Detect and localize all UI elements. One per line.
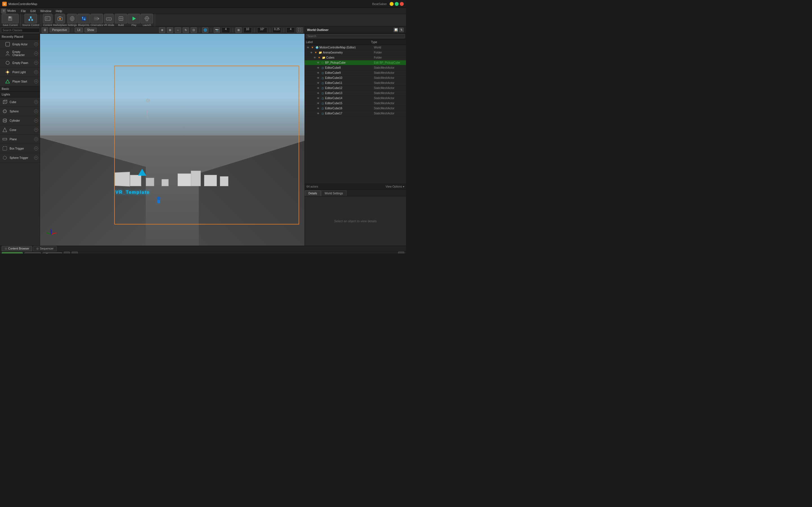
- menu-edit[interactable]: Edit: [28, 9, 38, 13]
- outliner-item-cube13[interactable]: 👁 ◻ EditorCube13 StaticMeshActor: [305, 91, 406, 96]
- marketplace-button[interactable]: [55, 14, 65, 23]
- screen-field[interactable]: 4: [287, 27, 295, 33]
- lit-btn[interactable]: Lit: [75, 27, 83, 33]
- outliner-item-cube10[interactable]: 👁 ◻ EditorCube10 StaticMeshActor: [305, 75, 406, 80]
- menu-file[interactable]: File: [18, 9, 28, 13]
- recently-placed-header[interactable]: Recently Placed: [0, 34, 40, 40]
- menu-window[interactable]: Window: [38, 9, 54, 13]
- point-light-add-btn[interactable]: +: [34, 70, 38, 74]
- show-btn[interactable]: Show: [85, 27, 97, 33]
- outliner-search-row: [305, 33, 406, 40]
- build-button[interactable]: [115, 14, 127, 23]
- sphere-trigger-item[interactable]: Sphere Trigger +: [0, 153, 40, 163]
- cube12-name: EditorCube12: [325, 87, 373, 90]
- save-current-button[interactable]: [2, 14, 18, 23]
- outliner-item-cube8[interactable]: 👁 ◻ EditorCube8 StaticMeshActor: [305, 65, 406, 70]
- maximize-btn[interactable]: [395, 2, 399, 6]
- cube8-type: StaticMeshActor: [374, 66, 405, 69]
- rotate-btn[interactable]: ↻: [183, 27, 189, 33]
- settings-button[interactable]: [67, 14, 77, 23]
- vp-toolbar-icon-1[interactable]: ⊕: [159, 27, 165, 33]
- vrmode-button-wrap: VR Mode: [104, 14, 114, 26]
- box-trigger-item[interactable]: Box Trigger +: [0, 144, 40, 153]
- outliner-item-arenaGeo[interactable]: 👁 ▼ 📁 ArenaGeometry Folder: [305, 50, 406, 55]
- empty-character-item[interactable]: Empty Character +: [0, 49, 40, 58]
- outliner-item-world[interactable]: 👁 ▼ 🌍 MotionControllerMap (Editor) World: [305, 45, 406, 50]
- svg-marker-32: [133, 17, 136, 20]
- outliner-item-cube9[interactable]: 👁 ◻ EditorCube9 StaticMeshActor: [305, 70, 406, 75]
- search-classes-input[interactable]: [1, 28, 40, 33]
- outliner-item-cube16[interactable]: 👁 ◻ EditorCube16 StaticMeshActor: [305, 106, 406, 111]
- close-btn[interactable]: [400, 2, 404, 6]
- menu-help[interactable]: Help: [54, 9, 64, 13]
- play-button[interactable]: [128, 14, 140, 23]
- outliner-view-options-btn[interactable]: View Options ▾: [386, 185, 404, 188]
- outliner-item-cubes[interactable]: 👁 ▼ 📁 Cubes Folder: [305, 55, 406, 60]
- plane-item[interactable]: Plane +: [0, 135, 40, 144]
- sphere-trigger-add-btn[interactable]: +: [34, 156, 38, 160]
- vrmode-button[interactable]: [104, 14, 114, 23]
- blueprints-button[interactable]: [78, 14, 90, 23]
- sphere-item[interactable]: Sphere +: [0, 107, 40, 116]
- sphere-add-btn[interactable]: +: [34, 109, 38, 113]
- box-trigger-add-btn[interactable]: +: [34, 147, 38, 151]
- scale-field[interactable]: 0.25: [273, 27, 281, 33]
- empty-actor-item[interactable]: Empty Actor +: [0, 40, 40, 49]
- angle-field[interactable]: 10°: [257, 27, 267, 33]
- lights-header[interactable]: Lights: [0, 92, 40, 98]
- world-local-btn[interactable]: 🌐: [202, 27, 208, 33]
- bottom-settings-btn[interactable]: ⚙: [398, 251, 404, 253]
- outliner-item-bp-pickup[interactable]: 👁 ⬡ BP_PickupCube Edit BP_PickupCube: [305, 60, 406, 65]
- player-start-add-btn[interactable]: +: [34, 79, 38, 83]
- tab-world-settings[interactable]: World Settings: [321, 190, 347, 196]
- vp-toolbar-icon-2[interactable]: ⊞: [167, 27, 173, 33]
- outliner-item-cube14[interactable]: 👁 ◻ EditorCube14 StaticMeshActor: [305, 96, 406, 101]
- cube-add-btn[interactable]: +: [34, 100, 38, 104]
- forward-btn[interactable]: ▶: [71, 251, 78, 253]
- outliner-item-cube12[interactable]: 👁 ◻ EditorCube12 StaticMeshActor: [305, 86, 406, 91]
- player-start-item[interactable]: Player Start +: [0, 77, 40, 86]
- point-light-item[interactable]: Point Light +: [0, 68, 40, 77]
- source-control-button[interactable]: [24, 14, 37, 23]
- translate-btn[interactable]: ↔: [175, 27, 181, 33]
- basic-header[interactable]: Basic: [0, 86, 40, 92]
- outliner-bar-chart-icon[interactable]: 📊: [394, 27, 398, 32]
- outliner-search-input[interactable]: [306, 34, 405, 38]
- scene-cube-6: [191, 171, 201, 186]
- grid-size-field[interactable]: 10: [243, 27, 252, 33]
- cube-item[interactable]: Cube +: [0, 98, 40, 107]
- cylinder-add-btn[interactable]: +: [34, 119, 38, 122]
- tab-sequencer[interactable]: Sequencer: [33, 246, 56, 251]
- empty-character-add-btn[interactable]: +: [34, 52, 38, 55]
- breadcrumb-content[interactable]: Content: [86, 253, 96, 254]
- save-all-button[interactable]: 💾 Save All: [43, 252, 62, 254]
- scale-btn[interactable]: ⊡: [191, 27, 197, 33]
- launch-button[interactable]: [141, 14, 153, 23]
- minimize-btn[interactable]: [390, 2, 394, 6]
- tab-details[interactable]: Details: [305, 190, 321, 196]
- outliner-item-cube11[interactable]: 👁 ◻ EditorCube11 StaticMeshActor: [305, 80, 406, 86]
- cylinder-item[interactable]: Cylinder +: [0, 116, 40, 125]
- outliner-item-cube17[interactable]: 👁 ◻ EditorCube17 StaticMeshActor: [305, 111, 406, 116]
- cone-item[interactable]: Cone +: [0, 125, 40, 135]
- viewport-3d[interactable]: VR_Template ⚙ X Y Z: [40, 34, 305, 245]
- cinematics-button[interactable]: [91, 14, 103, 23]
- camera-speed-field[interactable]: 4: [221, 27, 230, 33]
- grid-snap-btn[interactable]: ⊞: [236, 27, 242, 33]
- content-button[interactable]: [43, 14, 52, 23]
- empty-pawn-item[interactable]: Empty Pawn +: [0, 58, 40, 68]
- empty-actor-add-btn[interactable]: +: [34, 42, 38, 46]
- perspective-btn[interactable]: Perspective: [50, 27, 69, 33]
- tab-content-browser[interactable]: Content Browser: [2, 246, 32, 251]
- back-btn[interactable]: ◀: [64, 251, 70, 253]
- vp-maximize-btn[interactable]: ⛶: [297, 27, 303, 33]
- import-button[interactable]: ⬇ Import: [24, 252, 41, 254]
- empty-pawn-add-btn[interactable]: +: [34, 61, 38, 65]
- outliner-item-cube15[interactable]: 👁 ◻ EditorCube15 StaticMeshActor: [305, 101, 406, 106]
- outliner-sort-icon[interactable]: ⇅: [399, 27, 404, 32]
- viewport-options-btn[interactable]: ☰: [42, 27, 48, 33]
- add-new-button[interactable]: + Add New ▾: [2, 252, 23, 254]
- cone-add-btn[interactable]: +: [34, 128, 38, 132]
- plane-add-btn[interactable]: +: [34, 137, 38, 141]
- window-title: MotionControllerMap: [8, 2, 372, 6]
